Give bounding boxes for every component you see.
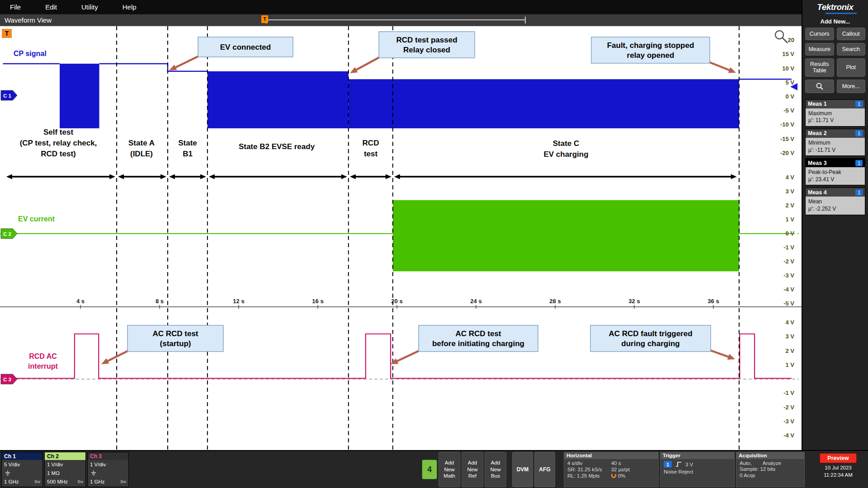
annotation-callout[interactable]: EV connected [169,37,293,70]
horizontal-title: Horizontal [564,452,658,459]
channel-badge-ch2[interactable]: Ch 2 1 V/div 1 MΩ 500 MHz Bw [44,452,86,487]
svg-text:C 3: C 3 [3,377,11,382]
bandwidth-limit-badge: Bw [34,479,40,484]
time-tick-label: 20 s [391,298,402,305]
waveform-view-titlebar: Waveform View T [0,14,802,26]
annotation-callout[interactable]: AC RCD test(startup) [101,325,223,364]
dvm-button[interactable]: DVM [512,452,533,487]
plot-button[interactable]: Plot [837,58,866,77]
results-table-button[interactable]: Results Table [805,58,834,77]
zoom-overview-icon [775,31,783,39]
callout-button[interactable]: Callout [837,28,866,40]
add-new-math-button[interactable]: Add New Math [439,452,460,487]
time-label: 11:22:34 AM [824,472,853,479]
svg-text:before initiating charging: before initiating charging [432,339,524,348]
acquisition-panel[interactable]: Acquisition Auto, Analyze Sample: 12 bit… [736,452,805,487]
preview-button[interactable]: Preview [820,453,856,463]
svg-text:EV connected: EV connected [220,43,271,52]
bandwidth-limit-badge: Bw [120,479,126,484]
meas-value: μ': 23.41 V [808,176,862,183]
time-tick-label: 32 s [628,298,640,305]
ch2-vdiv: 1 V/div [47,462,83,467]
bandwidth-limit-badge: Bw [77,479,83,484]
menu-utility[interactable]: Utility [79,2,101,12]
annotation-callout[interactable]: RCD test passedRelay closed [350,32,475,73]
meas-name: Meas 3 [808,160,827,166]
tektronix-logo: Tektronix [805,1,865,15]
svg-text:-4 V: -4 V [783,286,794,293]
ch3-bandwidth: 1 GHz [90,479,105,484]
zoom-pan-ruler[interactable]: T [266,17,526,23]
svg-text:-5 V: -5 V [783,300,794,307]
annotation-callout[interactable]: AC RCD fault triggeredduring charging [590,325,735,360]
meas-value: μ': -2.252 V [808,206,862,213]
cursors-button[interactable]: Cursors [805,28,834,40]
channel-flag-c1[interactable]: C 1 [1,90,17,100]
acquisition-analyze: Analyze [763,460,781,466]
svg-text:-3 V: -3 V [783,272,794,279]
bottom-status-bar: Ch 1 5 V/div 1 GHz Bw Ch 2 1 V/div 1 MΩ … [0,450,868,488]
menu-file[interactable]: File [7,2,24,12]
time-axis: 4 s8 s12 s16 s20 s24 s28 s32 s36 s [0,298,802,309]
sidebar-buttons: Cursors Callout Measure Search Results T… [805,28,865,93]
channel-badge-ch3[interactable]: Ch 3 1 V/div 1 GHz Bw [87,452,129,487]
oscilloscope-app: File Edit Utility Help Waveform View T 4… [0,0,868,488]
trigger-source-badge: 1 [664,461,672,468]
ch2-impedance: 1 MΩ [47,470,60,476]
measurement-panel-2[interactable]: Meas 21 Minimumμ': -11.71 V [805,129,865,156]
svg-text:20: 20 [788,37,794,43]
waveform-view-title: Waveform View [5,16,52,24]
date-label: 10 Jul 2023 [824,465,853,472]
meas-name: Meas 4 [808,189,827,196]
zoom-button[interactable] [805,80,834,93]
ch3-header: Ch 3 [88,452,128,460]
annotation-callout[interactable]: Fault, charging stoppedrelay opened [591,37,736,73]
svg-text:Relay closed: Relay closed [403,46,450,54]
position-indicator-icon [611,474,616,478]
svg-text:-15 V: -15 V [780,136,794,142]
channel-flag-c3[interactable]: C 3 [1,374,17,384]
add-new-ref-button[interactable]: Add New Ref [462,452,483,487]
acquisition-mode: Auto, [740,460,752,466]
horizontal-window: 40 s [611,460,630,466]
source-badge: 1 [855,130,863,136]
annotation-callout[interactable]: AC RCD testbefore initiating charging [391,325,538,364]
measurement-list: Meas 11 Maximumμ': 11.71 V Meas 21 Minim… [805,99,865,215]
add-new-bus-button[interactable]: Add New Bus [485,452,506,487]
menu-help[interactable]: Help [120,2,139,12]
channel-badge-ch1[interactable]: Ch 1 5 V/div 1 GHz Bw [1,452,43,487]
trigger-position-flag[interactable]: T [261,15,268,23]
waveform-plot-area[interactable]: 4 s8 s12 s16 s20 s24 s28 s32 s36 s2015 V… [0,26,802,450]
trigger-panel[interactable]: Trigger 1 3 V Noise Reject [660,452,735,487]
measurement-panel-3[interactable]: Meas 31 Peak-to-Peakμ': 23.41 V [805,158,865,185]
horizontal-panel[interactable]: Horizontal 4 s/div 40 s SR: 31.25 kS/s 3… [564,452,659,487]
ch2-bandwidth: 500 MHz [47,479,68,484]
search-button[interactable]: Search [837,43,866,56]
svg-text:(startup): (startup) [160,339,191,348]
svg-text:3 V: 3 V [785,188,794,195]
logo-swash [825,13,857,14]
afg-button[interactable]: AFG [534,452,555,487]
more-button[interactable]: More... [837,80,866,93]
measurement-panel-4[interactable]: Meas 41 Meanμ': -2.252 V [805,188,865,215]
menu-edit[interactable]: Edit [42,2,60,12]
ch1-vdiv: 5 V/div [4,462,40,467]
state-span-arrows [6,174,737,179]
time-tick-label: 16 s [312,298,323,305]
measurement-panel-1[interactable]: Meas 11 Maximumμ': 11.71 V [805,99,865,127]
time-tick-label: 8 s [156,298,164,305]
svg-text:1 V: 1 V [785,361,794,368]
acquisition-title: Acquisition [736,452,804,459]
channel-label-c3: RCD ACinterrupt [28,352,58,370]
main-column: File Edit Utility Help Waveform View T 4… [0,0,802,450]
svg-text:15 V: 15 V [782,51,794,57]
svg-text:B1: B1 [183,150,193,158]
channel-4-button[interactable]: 4 [422,460,437,479]
svg-text:test: test [364,150,378,158]
measure-button[interactable]: Measure [805,43,834,56]
time-tick-label: 24 s [470,298,481,305]
channel-flag-c2[interactable]: C 2 [1,229,17,239]
menu-bar: File Edit Utility Help [0,0,802,14]
svg-text:-1 V: -1 V [783,389,794,396]
scope-canvas: 4 s8 s12 s16 s20 s24 s28 s32 s36 s2015 V… [0,26,802,450]
